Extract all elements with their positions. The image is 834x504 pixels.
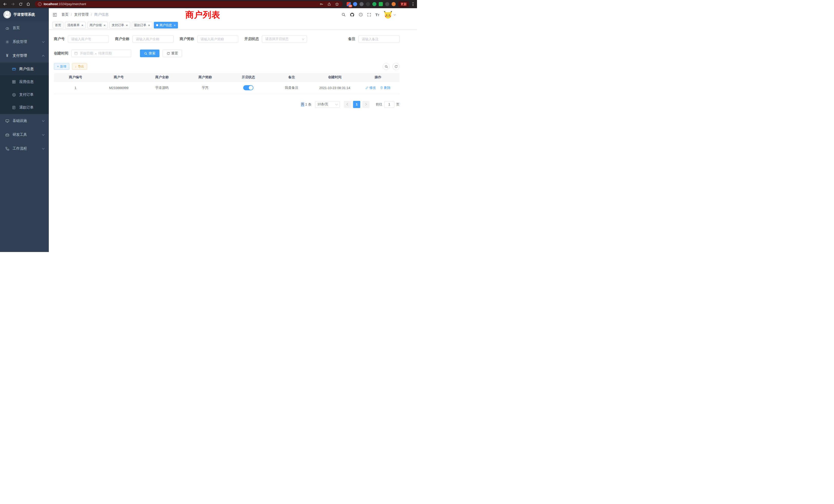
close-icon[interactable]: × (174, 24, 176, 27)
tab-home[interactable]: 首页 (53, 22, 63, 28)
payment-submenu: 商户信息 应用信息 支付订单 退款订单 (0, 63, 49, 114)
app-logo[interactable]: 芋道管理系统 (0, 8, 49, 21)
goto-unit: 页 (396, 102, 399, 107)
sidebar-item-refund-order[interactable]: 退款订单 (0, 101, 49, 114)
sidebar-item-merchant-info[interactable]: 商户信息 (0, 63, 49, 75)
table-row: 1 M233666999 芋道源码 芋艿 我是备注 2021-10-23 08:… (54, 82, 399, 94)
create-time-range-picker[interactable]: 开始日期 - 结束日期 (71, 49, 131, 57)
github-icon[interactable] (350, 13, 354, 17)
address-bar[interactable]: i localhost:1024/pay/merchant (35, 1, 343, 7)
breadcrumb-current: 商户信息 (94, 12, 109, 17)
sidebar-item-label: 首页 (13, 26, 20, 30)
back-button[interactable] (3, 2, 8, 7)
forward-button[interactable] (10, 2, 16, 7)
tab-merchant-info[interactable]: 商户信息× (154, 22, 178, 28)
goto-page-input[interactable] (384, 101, 394, 108)
navbar-actions: ? TT (342, 10, 395, 19)
remark-input[interactable] (358, 35, 399, 43)
sidebar-item-app-info[interactable]: 应用信息 (0, 75, 49, 88)
sidebar-item-home[interactable]: 首页 (0, 21, 49, 35)
reload-button[interactable] (18, 2, 23, 7)
merchant-table: 商户编号 商户号 商户全称 商户简称 开启状态 备注 创建时间 操作 1 (54, 73, 399, 94)
chevron-left-icon (347, 103, 349, 106)
refresh-table-button[interactable] (392, 63, 399, 70)
tab-pay-order[interactable]: 支付订单× (109, 22, 130, 28)
sidebar-item-pay-order[interactable]: 支付订单 (0, 88, 49, 101)
document-icon (11, 106, 17, 109)
tag-tabs: 首页 流程表单× 用户分组× 支付订单× 退款订单× 商户信息× (49, 21, 417, 29)
filter-create-time: 创建时间 开始日期 - 结束日期 (54, 49, 131, 57)
export-button[interactable]: ↓ 导出 (72, 63, 87, 70)
hamburger-icon (52, 13, 57, 17)
edit-label: 修改 (369, 86, 376, 90)
extension-icon[interactable] (366, 2, 370, 6)
avatar (383, 10, 392, 19)
close-icon[interactable]: × (104, 24, 106, 27)
tab-process-form[interactable]: 流程表单× (65, 22, 86, 28)
close-icon[interactable]: × (126, 24, 128, 27)
share-icon[interactable] (327, 2, 332, 7)
sidebar-item-payment[interactable]: ¥ 支付管理 (0, 49, 49, 63)
full-name-input[interactable] (132, 35, 174, 43)
edit-link[interactable]: 修改 (366, 86, 376, 90)
cell-remark: 我是备注 (270, 82, 313, 94)
bookmark-star-icon[interactable] (334, 2, 339, 7)
toolbox-icon (4, 133, 10, 137)
search-icon[interactable] (342, 13, 346, 17)
next-page-button[interactable] (362, 101, 370, 108)
merchant-no-input[interactable] (68, 35, 109, 43)
table-toolbar: + 新增 ↓ 导出 (54, 63, 399, 70)
tab-label: 用户分组 (90, 23, 102, 27)
breadcrumb-payment[interactable]: 支付管理 (74, 12, 89, 17)
status-select[interactable]: 请选择开启状态 (262, 35, 307, 43)
close-icon[interactable]: × (148, 24, 150, 27)
add-button[interactable]: + 新增 (54, 63, 69, 70)
extension-icon[interactable] (379, 2, 383, 6)
chevron-down-icon (335, 102, 338, 105)
toggle-search-button[interactable] (382, 63, 390, 70)
total-suffix: 条 (308, 102, 311, 107)
col-create-time: 创建时间 (313, 73, 356, 82)
search-button[interactable]: 搜索 (140, 49, 159, 57)
sidebar-item-label: 基础设施 (13, 118, 27, 123)
delete-link[interactable]: 删除 (380, 86, 391, 90)
short-name-input[interactable] (197, 35, 238, 43)
sidebar: 芋道管理系统 首页 系统管理 ¥ 支付管理 (0, 8, 49, 252)
extension-icon[interactable] (385, 2, 389, 6)
prev-page-button[interactable] (344, 101, 351, 108)
sidebar-item-infrastructure[interactable]: 基础设施 (0, 114, 49, 128)
browser-profile-avatar[interactable] (392, 2, 396, 6)
extensions-icon[interactable]: 10 (347, 2, 351, 6)
chevron-down-icon (42, 40, 45, 43)
chevron-down-icon (42, 133, 45, 136)
page-size-select[interactable]: 10条/页 (315, 101, 340, 108)
filter-remark: 备注 (348, 35, 399, 43)
sidebar-item-dev-tools[interactable]: 研发工具 (0, 128, 49, 142)
extension-icon[interactable] (372, 2, 376, 6)
extension-icon[interactable] (359, 2, 364, 6)
pencil-icon (366, 86, 369, 89)
status-toggle[interactable] (243, 85, 254, 90)
delete-label: 删除 (384, 86, 391, 90)
user-avatar-dropdown[interactable] (383, 10, 395, 19)
extension-icon[interactable] (353, 2, 357, 6)
home-button[interactable] (26, 2, 31, 7)
browser-update-button[interactable]: 更新 (398, 1, 409, 7)
page-number-1[interactable]: 1 (353, 101, 360, 108)
browser-menu-icon[interactable] (412, 2, 414, 6)
tab-user-group[interactable]: 用户分组× (87, 22, 108, 28)
password-key-icon[interactable] (319, 2, 324, 7)
breadcrumb-home[interactable]: 首页 (61, 12, 69, 17)
sidebar-item-workflow[interactable]: 工作流程 (0, 142, 49, 156)
sidebar-collapse-button[interactable] (52, 13, 57, 17)
close-icon[interactable]: × (81, 24, 84, 27)
page: i localhost:1024/pay/merchant 10 更新 (0, 0, 417, 252)
tab-refund-order[interactable]: 退款订单× (132, 22, 153, 28)
reset-button[interactable]: 重置 (162, 49, 182, 57)
font-size-icon[interactable]: TT (375, 13, 379, 17)
fullscreen-icon[interactable] (367, 13, 371, 17)
site-info-icon[interactable]: i (38, 2, 42, 6)
help-icon[interactable]: ? (359, 13, 363, 17)
sidebar-item-system[interactable]: 系统管理 (0, 35, 49, 49)
chevron-right-icon (364, 103, 367, 106)
